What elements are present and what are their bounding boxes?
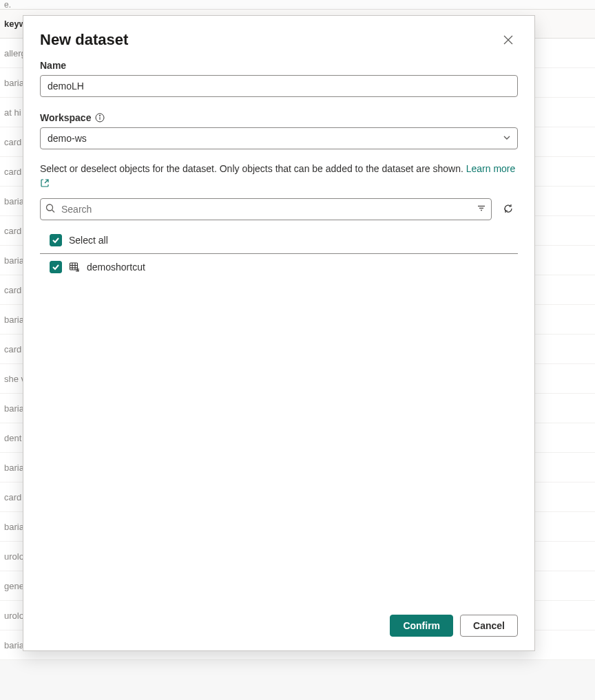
confirm-button[interactable]: Confirm [390, 615, 453, 637]
name-label: Name [40, 60, 518, 71]
search-icon [45, 204, 55, 215]
name-input[interactable] [40, 75, 518, 97]
close-button[interactable] [499, 31, 518, 50]
background-top: e. [0, 0, 595, 10]
search-input[interactable] [40, 198, 492, 220]
svg-point-6 [47, 204, 53, 211]
table-shortcut-icon [69, 262, 80, 273]
info-icon [95, 113, 105, 123]
item-label: demoshortcut [87, 262, 145, 273]
select-all-label: Select all [69, 235, 108, 246]
workspace-select[interactable]: demo-ws [40, 127, 518, 149]
list-item[interactable]: demoshortcut [40, 254, 518, 280]
filter-icon[interactable] [477, 204, 486, 215]
dialog-title: New dataset [40, 31, 128, 49]
svg-line-5 [45, 180, 48, 183]
workspace-label: Workspace [40, 112, 518, 123]
dataset-description: Select or deselect objects for the datas… [40, 162, 518, 176]
refresh-icon [503, 203, 514, 216]
learn-more-link[interactable]: Learn more [466, 163, 516, 174]
cancel-button[interactable]: Cancel [460, 615, 518, 637]
item-checkbox[interactable] [50, 261, 62, 273]
svg-point-4 [100, 115, 101, 116]
new-dataset-dialog: New dataset Name Workspace de [23, 15, 535, 651]
select-all-row: Select all [40, 230, 518, 254]
select-all-checkbox[interactable] [50, 234, 62, 246]
external-link-icon [40, 178, 50, 190]
refresh-button[interactable] [499, 200, 518, 219]
svg-rect-11 [70, 263, 78, 270]
close-icon [503, 34, 514, 47]
svg-line-7 [52, 210, 55, 213]
